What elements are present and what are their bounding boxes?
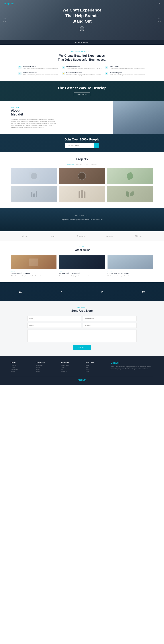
hero-arrow-right[interactable]: ›	[158, 18, 161, 22]
feature-title: Paradise Support	[110, 72, 145, 74]
about-description: We put a high priority on building a thr…	[11, 118, 56, 128]
project-card-6[interactable]	[106, 186, 153, 202]
project-card-1[interactable]	[11, 168, 58, 184]
feature-title: Endless Possibilities	[23, 72, 58, 74]
project-card-2[interactable]	[59, 168, 105, 184]
footer-link[interactable]: Responsive	[36, 364, 57, 366]
learn-more-button[interactable]: LEARN MORE	[0, 40, 164, 45]
email-input[interactable]	[27, 323, 81, 328]
footer-link[interactable]: Contact	[11, 370, 32, 372]
about-image-overlay	[113, 101, 164, 134]
join-form: →	[65, 143, 99, 148]
footer-link[interactable]: Forum	[61, 366, 82, 368]
feature-desc: This is demo content to give placeholder…	[23, 68, 58, 69]
footer-link[interactable]: Blog	[61, 368, 82, 370]
feature-desc: This is demo content to give placeholder…	[23, 74, 58, 76]
news-excerpt-2: This is demo content to give placeholder…	[59, 275, 105, 277]
stats-banner: 6k 5 15 2x	[0, 282, 164, 300]
join-email-input[interactable]	[65, 143, 94, 148]
filter-overall[interactable]: OVERALL	[67, 163, 74, 165]
filter-design[interactable]: DESIGN	[76, 163, 82, 165]
news-title-1: Create Something Great.	[11, 272, 56, 274]
phone-input[interactable]	[83, 316, 137, 321]
filter-cart[interactable]: CART	[84, 163, 89, 165]
support-icon: ✦	[105, 72, 108, 75]
fastest-subscribe-button[interactable]: SUBSCRIBE	[74, 92, 90, 96]
contact-form: SUBMIT	[27, 316, 137, 350]
stat-3: 15	[100, 288, 103, 294]
project-card-4[interactable]	[11, 186, 58, 202]
footer-link[interactable]: Support	[36, 370, 57, 372]
about-tag: EXPLORE	[11, 106, 108, 108]
fastest-banner: The Fastest Way To Develop SUBSCRIBE	[0, 81, 164, 101]
feature-desc: This is demo content to give placeholder…	[110, 68, 145, 69]
join-banner: Join Over 1000+ People →	[0, 134, 164, 152]
news-title-2: Jacks Of All: Experts In All.	[59, 272, 105, 274]
news-tag-3: NEWS	[108, 270, 153, 272]
footer-brand-name: Megakit	[110, 362, 153, 364]
about-title: About Megakit	[11, 109, 108, 116]
news-section: BLOG Latest News NEWS Create Something G…	[0, 241, 164, 282]
footer-col-home: Home Features Pricing Testimonials Conta…	[11, 362, 32, 372]
name-input[interactable]	[27, 316, 81, 321]
hero-content: We Craft ExperienceThat Help BrandsStand…	[62, 8, 102, 32]
footer-link[interactable]: Documentation	[61, 364, 82, 366]
contact-section: FEEDBACK Send Us a Note SUBMIT	[0, 300, 164, 356]
news-title-3: Finding Your Perfect Place.	[108, 272, 153, 274]
navbar-logo[interactable]: megakit	[4, 2, 14, 5]
performance-icon: ⚡	[62, 72, 65, 75]
brand-teams: teams	[106, 235, 113, 237]
footer-link[interactable]: Pricing	[11, 366, 32, 368]
footer-link[interactable]: Press	[86, 370, 107, 372]
news-card-3[interactable]: NEWS Finding Your Perfect Place. This is…	[108, 256, 153, 277]
hero-title: We Craft ExperienceThat Help BrandsStand…	[62, 8, 102, 24]
message-short-input[interactable]	[83, 323, 137, 328]
join-submit-button[interactable]: →	[94, 143, 99, 148]
footer-link[interactable]: Team	[86, 366, 107, 368]
news-image-1	[11, 256, 56, 269]
stat-number-2: 5	[61, 288, 62, 294]
hero-arrow-left[interactable]: ‹	[3, 18, 6, 22]
feature-title: Fully Customizable	[66, 66, 102, 67]
message-textarea[interactable]	[27, 330, 137, 342]
footer-top: Home Features Pricing Testimonials Conta…	[11, 362, 153, 372]
news-tag-1: NEWS	[11, 270, 56, 272]
footer-link[interactable]: Testimonials	[11, 368, 32, 370]
join-heading: Join Over 1000+ People	[64, 138, 99, 141]
welcome-section: WELCOME TO MEGAKIT We Create Beautiful E…	[0, 45, 164, 81]
footer-link[interactable]: Contact Us	[61, 370, 82, 372]
hero-dot-button[interactable]: ●	[80, 26, 84, 31]
news-card-2[interactable]: NEWS Jacks Of All: Experts In All. This …	[59, 256, 105, 277]
footer-link[interactable]: Retina	[36, 366, 57, 368]
project-card-3[interactable]	[106, 168, 153, 184]
testimonials-pagination: 1 / 3	[80, 222, 84, 224]
welcome-tag: WELCOME TO MEGAKIT	[11, 51, 153, 52]
news-card-1[interactable]: NEWS Create Something Great. This is dem…	[11, 256, 56, 277]
navbar: megakit ≡	[0, 0, 164, 7]
about-image	[113, 101, 164, 134]
feature-desc: This is demo content to give placeholder…	[110, 74, 145, 76]
news-heading: Latest News	[11, 248, 153, 252]
brand-google: Google	[77, 235, 85, 237]
footer-link[interactable]: About	[86, 364, 107, 366]
feature-pixel: ★ Pixel Perfect This is demo content to …	[105, 66, 146, 69]
project-card-5[interactable]	[59, 186, 105, 202]
footer: Home Features Pricing Testimonials Conta…	[0, 356, 164, 385]
customizable-icon: ◈	[62, 66, 65, 69]
feature-customizable: ◈ Fully Customizable This is demo conten…	[62, 66, 102, 69]
brand-stripe: stripe	[22, 235, 28, 237]
footer-brand: Megakit This is a premium website helpin…	[110, 362, 153, 372]
testimonials-section: TESTIMONIALS ...megakit and this company…	[0, 208, 164, 231]
news-tag-2: NEWS	[59, 270, 105, 272]
feature-endless: ∞ Endless Possibilities This is demo con…	[18, 72, 59, 76]
footer-bottom: megakit	[11, 376, 153, 381]
filter-motion[interactable]: MOTION	[91, 163, 97, 165]
news-excerpt-1: This is demo content to give placeholder…	[11, 275, 56, 277]
submit-button[interactable]: SUBMIT	[73, 345, 91, 350]
footer-link[interactable]: Design	[36, 368, 57, 370]
brand-react: react	[50, 235, 56, 237]
footer-link[interactable]: Careers	[86, 368, 107, 370]
projects-heading: Projects	[11, 158, 153, 161]
menu-icon[interactable]: ≡	[159, 2, 160, 5]
footer-link[interactable]: Features	[11, 364, 32, 366]
